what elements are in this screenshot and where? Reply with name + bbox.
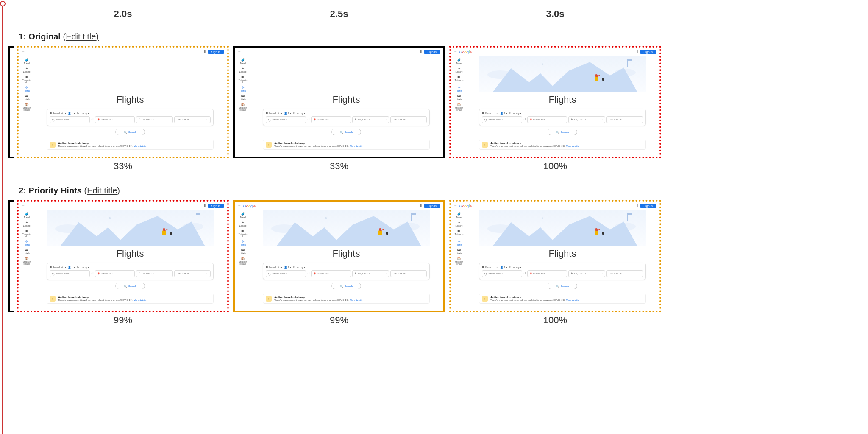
passenger-selector[interactable]: 👤 1 ▾ — [500, 112, 507, 115]
return-date-input[interactable]: Tue, Oct 26‹ › — [390, 116, 427, 123]
from-input[interactable]: ◯Where from? — [50, 116, 90, 123]
sidebar-item-flights[interactable]: ✈Flights — [238, 86, 248, 92]
trip-type-selector[interactable]: ⇄ Round trip ▾ — [50, 266, 66, 269]
to-input[interactable]: 📍Where to? — [311, 116, 351, 123]
class-selector[interactable]: Economy ▾ — [77, 112, 89, 115]
signin-button[interactable]: Sign in — [208, 204, 224, 208]
sidebar-item-rentals[interactable]: 🏠Vacation rentals — [454, 103, 464, 111]
to-input[interactable]: 📍Where to? — [95, 116, 135, 123]
sidebar-item-explore[interactable]: ✦Explore — [238, 67, 248, 73]
sidebar-item-flights[interactable]: ✈Flights — [454, 86, 464, 92]
search-button[interactable]: 🔍Search — [331, 129, 361, 135]
hamburger-icon[interactable]: ≡ — [22, 204, 25, 208]
from-input[interactable]: ◯Where from? — [482, 116, 522, 123]
sidebar-item-rentals[interactable]: 🏠Vacation rentals — [22, 103, 31, 111]
class-selector[interactable]: Economy ▾ — [509, 112, 522, 115]
apps-icon[interactable]: ⠿ — [420, 204, 423, 208]
swap-icon[interactable]: ⇄ — [307, 118, 310, 121]
swap-icon[interactable]: ⇄ — [91, 272, 94, 275]
apps-icon[interactable]: ⠿ — [636, 50, 639, 54]
search-button[interactable]: 🔍Search — [548, 283, 577, 289]
sidebar-item-travel[interactable]: 🧳Travel — [454, 59, 464, 64]
hamburger-icon[interactable]: ≡ — [238, 50, 241, 54]
passenger-selector[interactable]: 👤 1 ▾ — [284, 112, 291, 115]
sidebar-item-travel[interactable]: 🧳Travel — [238, 59, 248, 64]
signin-button[interactable]: Sign in — [424, 50, 440, 54]
trip-type-selector[interactable]: ⇄ Round trip ▾ — [50, 112, 66, 115]
depart-date-input[interactable]: 🗓Fri, Oct 22‹ › — [136, 270, 172, 277]
class-selector[interactable]: Economy ▾ — [509, 266, 522, 269]
passenger-selector[interactable]: 👤 1 ▾ — [68, 266, 75, 269]
sidebar-item-rentals[interactable]: 🏠Vacation rentals — [238, 103, 248, 111]
sidebar-item-hotels[interactable]: 🛏Hotels — [22, 95, 31, 101]
from-input[interactable]: ◯Where from? — [482, 270, 522, 277]
search-button[interactable]: 🔍Search — [115, 283, 145, 289]
sidebar-item-explore[interactable]: ✦Explore — [454, 67, 464, 73]
sidebar-item-explore[interactable]: ✦Explore — [22, 67, 31, 73]
sidebar-item-flights[interactable]: ✈Flights — [238, 240, 248, 246]
sidebar-item-hotels[interactable]: 🛏Hotels — [22, 249, 31, 255]
sidebar-item-travel[interactable]: 🧳Travel — [22, 59, 31, 64]
apps-icon[interactable]: ⠿ — [204, 50, 206, 54]
sidebar-item-travel[interactable]: 🧳Travel — [22, 213, 31, 218]
depart-date-input[interactable]: 🗓Fri, Oct 22‹ › — [568, 270, 605, 277]
sidebar-item-things[interactable]: ▣Things to do — [238, 230, 248, 238]
search-button[interactable]: 🔍Search — [548, 129, 577, 135]
hamburger-icon[interactable]: ≡ — [22, 50, 25, 54]
swap-icon[interactable]: ⇄ — [523, 118, 526, 121]
swap-icon[interactable]: ⇄ — [91, 118, 94, 121]
signin-button[interactable]: Sign in — [640, 204, 656, 208]
return-date-input[interactable]: Tue, Oct 26‹ › — [390, 270, 427, 277]
sidebar-item-hotels[interactable]: 🛏Hotels — [454, 95, 464, 101]
to-input[interactable]: 📍Where to? — [527, 116, 568, 123]
search-button[interactable]: 🔍Search — [115, 129, 145, 135]
signin-button[interactable]: Sign in — [640, 50, 656, 54]
depart-date-input[interactable]: 🗓Fri, Oct 22‹ › — [136, 116, 172, 123]
sidebar-item-explore[interactable]: ✦Explore — [454, 221, 464, 227]
sidebar-item-flights[interactable]: ✈Flights — [22, 240, 31, 246]
depart-date-input[interactable]: 🗓Fri, Oct 22‹ › — [352, 116, 389, 123]
advisory-link[interactable]: More details — [134, 299, 146, 301]
passenger-selector[interactable]: 👤 1 ▾ — [500, 266, 507, 269]
return-date-input[interactable]: Tue, Oct 26‹ › — [606, 270, 643, 277]
sidebar-item-hotels[interactable]: 🛏Hotels — [454, 249, 464, 255]
apps-icon[interactable]: ⠿ — [636, 204, 639, 208]
row-1-edit-title-link[interactable]: (Edit title) — [63, 32, 98, 41]
advisory-link[interactable]: More details — [350, 145, 362, 147]
sidebar-item-things[interactable]: ▣Things to do — [22, 76, 31, 84]
sidebar-item-hotels[interactable]: 🛏Hotels — [238, 95, 248, 101]
sidebar-item-things[interactable]: ▣Things to do — [238, 76, 248, 84]
signin-button[interactable]: Sign in — [424, 204, 440, 208]
sidebar-item-rentals[interactable]: 🏠Vacation rentals — [238, 257, 248, 265]
passenger-selector[interactable]: 👤 1 ▾ — [68, 112, 75, 115]
return-date-input[interactable]: Tue, Oct 26‹ › — [174, 116, 211, 123]
sidebar-item-hotels[interactable]: 🛏Hotels — [238, 249, 248, 255]
from-input[interactable]: ◯Where from? — [266, 116, 306, 123]
class-selector[interactable]: Economy ▾ — [293, 266, 306, 269]
advisory-link[interactable]: More details — [566, 145, 579, 147]
apps-icon[interactable]: ⠿ — [204, 204, 206, 208]
advisory-link[interactable]: More details — [566, 299, 579, 301]
hamburger-icon[interactable]: ≡ — [238, 204, 241, 208]
to-input[interactable]: 📍Where to? — [95, 270, 135, 277]
class-selector[interactable]: Economy ▾ — [293, 112, 306, 115]
signin-button[interactable]: Sign in — [208, 50, 224, 54]
row-2-edit-title-link[interactable]: (Edit title) — [84, 186, 120, 195]
return-date-input[interactable]: Tue, Oct 26‹ › — [174, 270, 211, 277]
sidebar-item-travel[interactable]: 🧳Travel — [238, 213, 248, 218]
hamburger-icon[interactable]: ≡ — [454, 50, 457, 54]
return-date-input[interactable]: Tue, Oct 26‹ › — [606, 116, 643, 123]
depart-date-input[interactable]: 🗓Fri, Oct 22‹ › — [568, 116, 605, 123]
swap-icon[interactable]: ⇄ — [523, 272, 526, 275]
passenger-selector[interactable]: 👤 1 ▾ — [284, 266, 291, 269]
trip-type-selector[interactable]: ⇄ Round trip ▾ — [482, 266, 498, 269]
advisory-link[interactable]: More details — [350, 299, 362, 301]
sidebar-item-rentals[interactable]: 🏠Vacation rentals — [22, 257, 31, 265]
advisory-link[interactable]: More details — [134, 145, 146, 147]
search-button[interactable]: 🔍Search — [331, 283, 361, 289]
sidebar-item-rentals[interactable]: 🏠Vacation rentals — [454, 257, 464, 265]
to-input[interactable]: 📍Where to? — [311, 270, 351, 277]
from-input[interactable]: ◯Where from? — [50, 270, 90, 277]
from-input[interactable]: ◯Where from? — [266, 270, 306, 277]
to-input[interactable]: 📍Where to? — [527, 270, 568, 277]
